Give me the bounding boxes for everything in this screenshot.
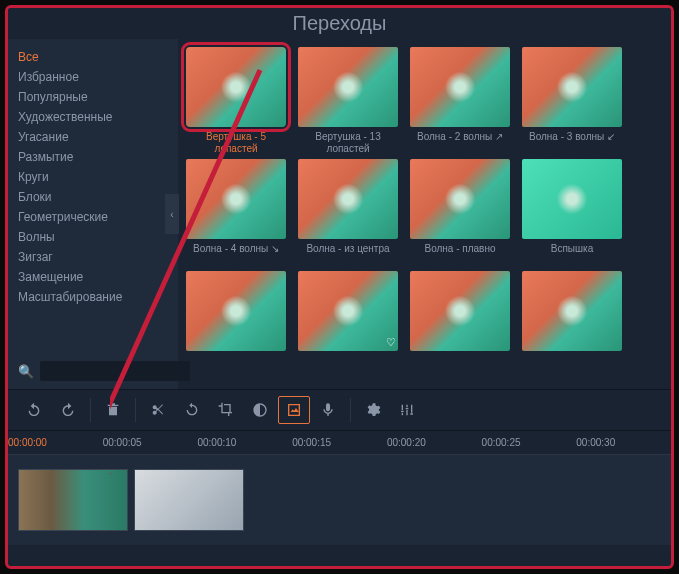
cut-button[interactable] — [142, 396, 174, 424]
redo-button[interactable] — [52, 396, 84, 424]
heart-icon: ♡ — [386, 336, 396, 349]
category-fade[interactable]: Угасание — [8, 127, 178, 147]
ruler-tick: 00:00:15 — [292, 437, 387, 448]
ruler-tick: 00:00:25 — [482, 437, 577, 448]
search-icon: 🔍 — [18, 364, 34, 379]
category-replace[interactable]: Замещение — [8, 267, 178, 287]
transition-thumb[interactable] — [410, 271, 510, 351]
category-popular[interactable]: Популярные — [8, 87, 178, 107]
transition-label: Волна - 2 волны ↗ — [410, 131, 510, 155]
settings-button[interactable] — [357, 396, 389, 424]
collapse-sidebar-button[interactable]: ‹ — [165, 194, 179, 234]
undo-button[interactable] — [18, 396, 50, 424]
ruler-tick: 00:00:30 — [576, 437, 671, 448]
video-track[interactable] — [8, 455, 671, 545]
timeline-clip-1[interactable] — [18, 469, 128, 531]
transition-thumb-pinwheel-13[interactable] — [298, 47, 398, 127]
ruler-tick: 00:00:10 — [197, 437, 292, 448]
search-input[interactable] — [40, 361, 190, 381]
transition-thumb[interactable]: ♡ — [298, 271, 398, 351]
time-ruler[interactable]: 00:00:00 00:00:05 00:00:10 00:00:15 00:0… — [8, 435, 671, 455]
category-sidebar: Все Избранное Популярные Художественные … — [8, 39, 178, 389]
page-title: Переходы — [8, 8, 671, 39]
transition-thumb-wave-center[interactable] — [298, 159, 398, 239]
transition-label: Волна - из центра — [298, 243, 398, 267]
transition-thumb-pinwheel-5[interactable] — [186, 47, 286, 127]
ruler-tick: 00:00:00 — [8, 437, 103, 448]
transition-thumb[interactable] — [522, 271, 622, 351]
transition-label: Волна - 3 волны ↙ — [522, 131, 622, 155]
category-zigzag[interactable]: Зигзаг — [8, 247, 178, 267]
mic-button[interactable] — [312, 396, 344, 424]
category-favorites[interactable]: Избранное — [8, 67, 178, 87]
transition-thumb-wave-2[interactable] — [410, 47, 510, 127]
category-blocks[interactable]: Блоки — [8, 187, 178, 207]
transition-thumb-flash[interactable] — [522, 159, 622, 239]
category-circles[interactable]: Круги — [8, 167, 178, 187]
transition-label: Вспышка — [522, 243, 622, 267]
transition-thumb-wave-smooth[interactable] — [410, 159, 510, 239]
category-waves[interactable]: Волны — [8, 227, 178, 247]
rotate-button[interactable] — [176, 396, 208, 424]
transition-label: Вертушка - 5 лопастей — [186, 131, 286, 155]
timeline-clip-2[interactable] — [134, 469, 244, 531]
category-all[interactable]: Все — [8, 47, 178, 67]
transition-thumb-wave-3[interactable] — [522, 47, 622, 127]
toolbar — [8, 389, 671, 431]
crop-button[interactable] — [210, 396, 242, 424]
transition-label: Вертушка - 13 лопастей — [298, 131, 398, 155]
transition-label: Волна - 4 волны ↘ — [186, 243, 286, 267]
contrast-button[interactable] — [244, 396, 276, 424]
ruler-tick: 00:00:05 — [103, 437, 198, 448]
category-geometric[interactable]: Геометрические — [8, 207, 178, 227]
transition-thumb[interactable] — [186, 271, 286, 351]
ruler-tick: 00:00:20 — [387, 437, 482, 448]
category-blur[interactable]: Размытие — [8, 147, 178, 167]
transition-label: Волна - плавно — [410, 243, 510, 267]
transition-thumb-wave-4[interactable] — [186, 159, 286, 239]
delete-button[interactable] — [97, 396, 129, 424]
image-button[interactable] — [278, 396, 310, 424]
timeline: 00:00:00 00:00:05 00:00:10 00:00:15 00:0… — [8, 431, 671, 549]
category-artistic[interactable]: Художественные — [8, 107, 178, 127]
transitions-grid: Вертушка - 5 лопастей Вертушка - 13 лопа… — [178, 39, 671, 389]
adjust-button[interactable] — [391, 396, 423, 424]
category-zoom[interactable]: Масштабирование — [8, 287, 178, 307]
